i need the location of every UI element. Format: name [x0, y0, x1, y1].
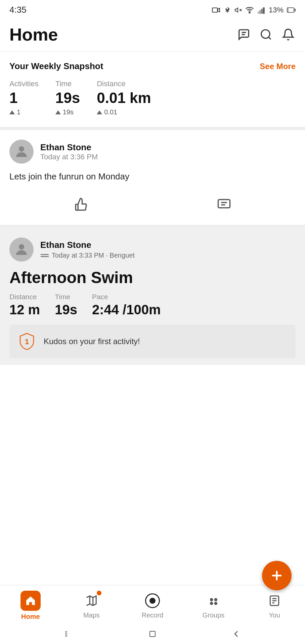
svg-point-32: [214, 602, 217, 605]
distance-label: Distance: [97, 79, 151, 88]
bell-icon[interactable]: [281, 27, 296, 42]
svg-point-31: [210, 602, 213, 605]
act-distance-value: 12 m: [9, 302, 40, 317]
weekly-snapshot-section: Your Weekly Snapshot See More Activities…: [0, 52, 305, 127]
activity-meta: Today at 3:33 PM · Benguet: [40, 252, 135, 259]
svg-rect-8: [261, 9, 263, 14]
record-circle: [145, 593, 160, 608]
activities-arrow: [9, 110, 15, 114]
kudos-badge: 1: [16, 331, 38, 352]
nav-label-home: Home: [21, 613, 40, 621]
kudos-badge-icon: 1: [17, 332, 36, 351]
distance-change-value: 0.01: [104, 108, 117, 116]
stat-time: Time 19s 19s: [55, 79, 80, 116]
social-post: Ethan Stone Today at 3:36 PM Lets join t…: [0, 130, 305, 225]
bottom-nav: Home Maps Record: [0, 585, 305, 624]
svg-rect-9: [263, 7, 264, 14]
chat-icon[interactable]: [236, 27, 251, 42]
maps-icon-wrap: [83, 592, 100, 609]
menu-icon: [63, 629, 74, 639]
activities-change-value: 1: [17, 108, 20, 116]
wifi-icon: [245, 6, 254, 14]
person-icon: [13, 144, 30, 160]
author-name: Ethan Stone: [40, 142, 98, 153]
svg-point-19: [19, 146, 24, 152]
you-icon: [268, 594, 281, 607]
activity-person-icon: [13, 241, 30, 258]
svg-point-29: [210, 598, 213, 601]
distance-change: 0.01: [97, 108, 151, 116]
activity-stat-pace: Pace 2:44 /100m: [92, 293, 161, 317]
act-pace-label: Pace: [92, 293, 161, 301]
nav-item-maps[interactable]: Maps: [75, 592, 108, 619]
svg-line-18: [268, 37, 271, 39]
comment-button[interactable]: [204, 194, 245, 215]
snapshot-title: Your Weekly Snapshot: [9, 61, 103, 71]
svg-rect-40: [150, 631, 155, 637]
groups-icon-wrap: [205, 592, 222, 609]
time-change: 19s: [55, 108, 80, 116]
svg-rect-20: [218, 200, 230, 208]
post-author-row: Ethan Stone Today at 3:36 PM: [9, 140, 296, 164]
nav-label-maps: Maps: [83, 611, 100, 619]
status-time: 4:35: [9, 5, 27, 15]
activity-title: Afternoon Swim: [9, 268, 296, 287]
search-icon[interactable]: [259, 27, 273, 42]
status-icons: 13%: [212, 6, 296, 14]
plus-icon: [270, 569, 284, 582]
see-more-link[interactable]: See More: [260, 62, 296, 71]
groups-icon: [207, 594, 220, 607]
activities-value: 1: [9, 90, 39, 106]
activity-stats: Distance 12 m Time 19s Pace 2:44 /100m: [9, 293, 296, 317]
activity-author-name: Ethan Stone: [40, 240, 135, 250]
activity-author-row: Ethan Stone Today at 3:33 PM · Benguet: [9, 237, 296, 262]
system-nav: [0, 624, 305, 644]
home-nav-icon-bg: [20, 591, 41, 611]
maps-icon: [85, 594, 98, 607]
time-label: Time: [55, 79, 80, 88]
you-icon-wrap: [266, 592, 283, 609]
kudos-text: Kudos on your first activity!: [44, 337, 140, 346]
author-time: Today at 3:36 PM: [40, 153, 98, 161]
nav-label-record: Record: [142, 611, 163, 619]
activity-stat-time: Time 19s: [55, 293, 77, 317]
svg-rect-0: [212, 8, 217, 12]
activity-author-info: Ethan Stone Today at 3:33 PM · Benguet: [40, 240, 135, 259]
kudos-banner: 1 Kudos on your first activity!: [9, 325, 296, 358]
act-time-value: 19s: [55, 302, 77, 317]
home-sys-icon: [147, 629, 158, 639]
nav-item-you[interactable]: You: [258, 592, 291, 619]
time-arrow: [55, 110, 61, 114]
nav-label-you: You: [269, 611, 280, 619]
battery-icon: [287, 6, 296, 14]
sys-nav-back[interactable]: [231, 629, 242, 639]
section-divider-1: [0, 127, 305, 130]
like-button[interactable]: [60, 194, 101, 215]
sys-nav-home[interactable]: [147, 629, 158, 639]
svg-point-30: [214, 598, 217, 601]
signal-icon: [257, 6, 265, 14]
thumbs-up-icon: [74, 197, 88, 211]
post-actions: [9, 191, 296, 218]
activity-time-location: Today at 3:33 PM · Benguet: [52, 252, 135, 259]
svg-rect-7: [259, 10, 261, 14]
nav-label-groups: Groups: [203, 611, 225, 619]
distance-arrow: [97, 110, 102, 114]
nav-item-groups[interactable]: Groups: [197, 592, 230, 619]
battery-percentage: 13%: [269, 6, 284, 14]
stat-activities: Activities 1 1: [9, 79, 39, 116]
status-bar: 4:35 13%: [0, 0, 305, 18]
activities-label: Activities: [9, 79, 39, 88]
fab-add-button[interactable]: [262, 561, 292, 590]
sys-nav-menu[interactable]: [63, 629, 74, 639]
stat-distance: Distance 0.01 km 0.01: [97, 79, 151, 116]
time-change-value: 19s: [63, 108, 74, 116]
nav-item-record[interactable]: Record: [136, 592, 169, 619]
act-distance-label: Distance: [9, 293, 40, 301]
activities-change: 1: [9, 108, 39, 116]
page-title: Home: [9, 24, 58, 45]
mute-icon: [234, 6, 242, 14]
time-value: 19s: [55, 90, 80, 106]
header-icons: [236, 27, 296, 42]
nav-item-home[interactable]: Home: [14, 591, 47, 621]
